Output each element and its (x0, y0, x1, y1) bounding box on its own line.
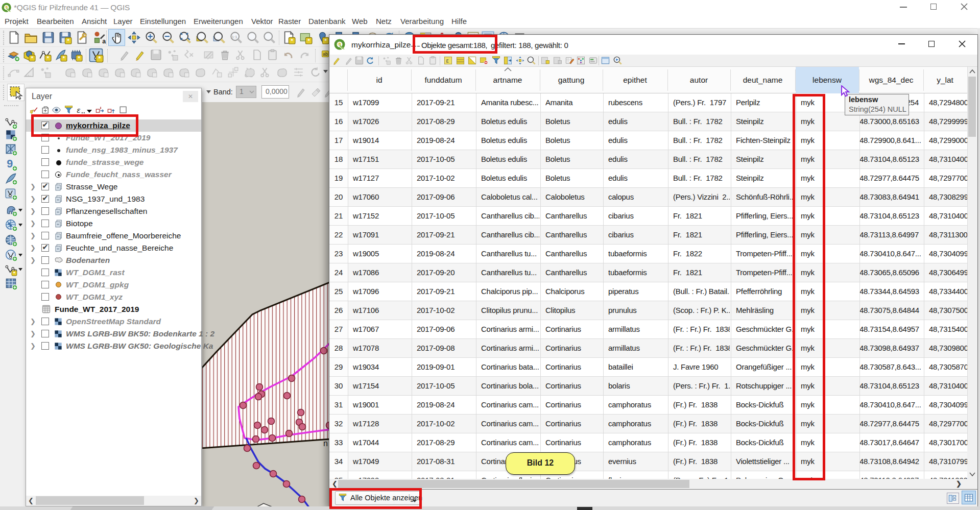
svg-text:*: * (307, 38, 310, 44)
svg-text:ε: ε (77, 106, 81, 114)
svg-text:n: n (323, 439, 328, 448)
svg-text:*: * (291, 38, 293, 44)
svg-text:*: * (324, 38, 327, 44)
svg-text:1:1: 1:1 (232, 35, 237, 39)
svg-text:*: * (67, 38, 69, 44)
svg-text:*: * (13, 270, 15, 276)
svg-text:a: a (102, 38, 106, 44)
svg-text:*: * (98, 55, 101, 62)
svg-text:ε: ε (446, 57, 449, 64)
